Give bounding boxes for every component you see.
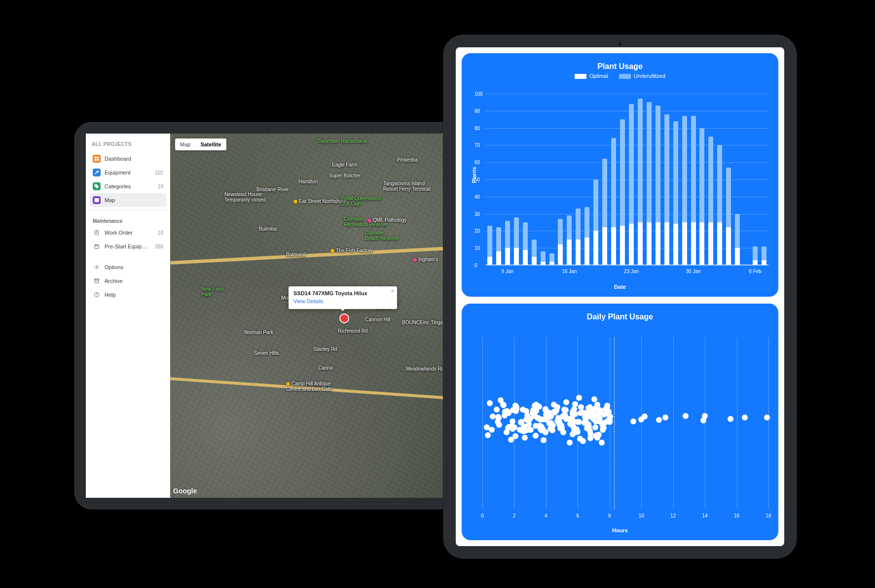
bar[interactable] bbox=[576, 208, 581, 265]
data-point[interactable] bbox=[541, 437, 547, 443]
data-point[interactable] bbox=[728, 416, 733, 422]
data-point[interactable] bbox=[591, 396, 597, 402]
sidebar-item-options[interactable]: Options bbox=[90, 260, 166, 274]
sidebar-item-help[interactable]: Help bbox=[90, 288, 166, 302]
data-point[interactable] bbox=[601, 425, 607, 431]
bar[interactable] bbox=[532, 240, 537, 265]
bar[interactable] bbox=[611, 138, 616, 265]
data-point[interactable] bbox=[502, 413, 508, 418]
data-point[interactable] bbox=[567, 440, 573, 446]
data-point[interactable] bbox=[702, 413, 708, 419]
data-point[interactable] bbox=[562, 413, 568, 418]
data-point[interactable] bbox=[576, 395, 582, 401]
data-point[interactable] bbox=[494, 407, 500, 413]
bar[interactable] bbox=[753, 246, 758, 265]
data-point[interactable] bbox=[533, 402, 539, 408]
bar[interactable] bbox=[620, 119, 625, 265]
data-point[interactable] bbox=[495, 419, 501, 425]
bar[interactable] bbox=[656, 105, 660, 265]
data-point[interactable] bbox=[642, 414, 648, 419]
bar[interactable] bbox=[541, 251, 546, 265]
data-point[interactable] bbox=[630, 418, 636, 424]
sidebar-item-prestart[interactable]: Pre-Start Equipme... 268 bbox=[90, 240, 166, 253]
bar[interactable] bbox=[647, 102, 652, 265]
bar[interactable] bbox=[549, 253, 554, 265]
data-point[interactable] bbox=[490, 414, 496, 419]
sidebar-item-dashboard[interactable]: Dashboard bbox=[90, 152, 166, 166]
data-point[interactable] bbox=[543, 416, 548, 422]
sidebar-item-archive[interactable]: Archive bbox=[90, 274, 166, 288]
data-point[interactable] bbox=[561, 407, 567, 413]
data-point[interactable] bbox=[604, 403, 610, 409]
data-point[interactable] bbox=[553, 408, 559, 414]
data-point[interactable] bbox=[484, 424, 490, 430]
data-point[interactable] bbox=[592, 424, 598, 430]
bar[interactable] bbox=[691, 116, 696, 265]
bar[interactable] bbox=[735, 214, 740, 265]
data-point[interactable] bbox=[547, 426, 553, 432]
data-point[interactable] bbox=[557, 425, 563, 431]
bar[interactable] bbox=[629, 104, 634, 265]
data-point[interactable] bbox=[573, 429, 579, 435]
data-point[interactable] bbox=[487, 400, 493, 406]
bar[interactable] bbox=[638, 99, 643, 265]
data-point[interactable] bbox=[594, 432, 600, 438]
data-point[interactable] bbox=[551, 402, 557, 408]
data-point[interactable] bbox=[522, 435, 528, 441]
map-type-map[interactable]: Map bbox=[175, 138, 195, 150]
data-point[interactable] bbox=[570, 411, 576, 417]
data-point[interactable] bbox=[510, 426, 515, 432]
sidebar-item-equipment[interactable]: Equipment 102 bbox=[90, 166, 166, 179]
sidebar-item-workorder[interactable]: Work Order 10 bbox=[90, 226, 166, 240]
asset-pin[interactable] bbox=[339, 313, 349, 323]
bar[interactable] bbox=[602, 159, 607, 265]
bar[interactable] bbox=[567, 215, 572, 265]
data-point[interactable] bbox=[498, 397, 504, 403]
data-point[interactable] bbox=[662, 415, 668, 420]
data-point[interactable] bbox=[584, 425, 590, 431]
map-type-satellite[interactable]: Satellite bbox=[195, 138, 226, 150]
bar[interactable] bbox=[762, 246, 766, 265]
map-pane[interactable]: Doomben RacecourseEagle FarmPinkenbaBris… bbox=[170, 134, 466, 498]
data-point[interactable] bbox=[563, 399, 569, 405]
data-point[interactable] bbox=[587, 435, 593, 441]
data-point[interactable] bbox=[599, 440, 605, 446]
data-point[interactable] bbox=[586, 408, 592, 414]
data-point[interactable] bbox=[592, 406, 598, 412]
bar[interactable] bbox=[682, 116, 687, 265]
sidebar-item-map[interactable]: Map bbox=[90, 193, 166, 207]
data-point[interactable] bbox=[606, 417, 612, 423]
data-point[interactable] bbox=[683, 413, 689, 419]
data-point[interactable] bbox=[742, 415, 748, 420]
data-point[interactable] bbox=[532, 413, 538, 419]
bar[interactable] bbox=[664, 114, 669, 265]
close-icon[interactable]: × bbox=[391, 288, 394, 294]
data-point[interactable] bbox=[540, 427, 546, 433]
map-type-toggle[interactable]: Map Satellite bbox=[175, 138, 226, 150]
popup-view-details-link[interactable]: View Details bbox=[293, 298, 323, 304]
data-point[interactable] bbox=[512, 403, 518, 409]
bar[interactable] bbox=[584, 207, 589, 265]
bar[interactable] bbox=[523, 222, 528, 265]
data-point[interactable] bbox=[656, 417, 662, 423]
bar[interactable] bbox=[496, 227, 501, 265]
bar[interactable] bbox=[593, 179, 598, 265]
bar[interactable] bbox=[708, 137, 713, 265]
bar[interactable] bbox=[726, 168, 731, 265]
data-point[interactable] bbox=[578, 410, 583, 416]
bar[interactable] bbox=[514, 217, 519, 265]
data-point[interactable] bbox=[601, 412, 607, 417]
data-point[interactable] bbox=[520, 407, 526, 413]
data-point[interactable] bbox=[489, 427, 495, 433]
data-point[interactable] bbox=[485, 432, 491, 438]
data-point[interactable] bbox=[527, 427, 533, 433]
data-point[interactable] bbox=[533, 433, 539, 439]
data-point[interactable] bbox=[764, 415, 770, 420]
bar[interactable] bbox=[558, 219, 563, 265]
data-point[interactable] bbox=[508, 437, 514, 443]
bar[interactable] bbox=[673, 121, 678, 265]
data-point[interactable] bbox=[523, 416, 529, 422]
bar[interactable] bbox=[717, 145, 722, 265]
bar[interactable] bbox=[487, 226, 492, 265]
data-point[interactable] bbox=[501, 402, 507, 408]
